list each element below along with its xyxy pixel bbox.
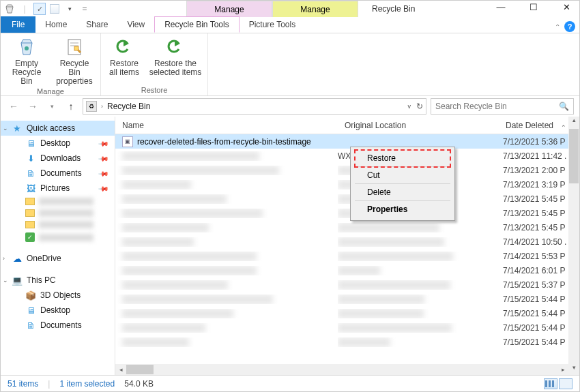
column-header-original-location[interactable]: Original Location (338, 121, 499, 130)
table-row[interactable]: 7/13/2021 3:19 P (115, 177, 579, 192)
scroll-down-icon[interactable]: ▾ (572, 364, 576, 375)
scrollbar-thumb[interactable] (126, 365, 154, 374)
contextual-tab-picture-tools[interactable]: Manage (272, 1, 358, 17)
view-tab[interactable]: View (117, 16, 154, 33)
context-menu-properties[interactable]: Properties (355, 201, 450, 217)
maximize-button[interactable]: ☐ (523, 2, 544, 12)
sidebar-pinned-folder[interactable] (1, 207, 115, 219)
minimize-button[interactable]: — (491, 2, 511, 12)
share-tab[interactable]: Share (76, 16, 117, 33)
address-bar[interactable]: ♻ › Recycle Bin v ↻ (83, 98, 426, 115)
table-row[interactable]: 7/13/2021 5:45 P (115, 220, 579, 235)
column-header-date-deleted[interactable]: Date Deleted ⌃ (499, 121, 579, 130)
sidebar-desktop[interactable]: 🖥 Desktop 📌 (1, 136, 115, 151)
large-icons-view-icon[interactable] (559, 378, 572, 389)
image-file-icon: ▣ (122, 136, 133, 147)
back-button[interactable]: ← (6, 99, 21, 114)
table-row[interactable]: 7/15/2021 5:44 P (115, 320, 579, 335)
scroll-right-icon[interactable]: ▸ (557, 366, 568, 373)
title-bar: | ✓ ▾ = Manage Manage Recycle Bin — ☐ ✕ (1, 1, 579, 17)
table-row[interactable]: 7/13/2021 5:45 P (115, 206, 579, 220)
table-row[interactable]: ▣recover-deleted-files-from-recycle-bin-… (115, 134, 579, 149)
sidebar-pinned-folder[interactable]: ✓ (1, 230, 115, 244)
status-bar: 51 items | 1 item selected 54.0 KB (1, 375, 579, 391)
address-dropdown-icon[interactable]: v (408, 103, 411, 110)
button-label: Empty Recycle Bin (6, 59, 47, 86)
original-location-cell (338, 237, 499, 247)
expand-chevron-icon[interactable]: ⌄ (3, 125, 8, 132)
sidebar-pinned-folder[interactable] (1, 219, 115, 230)
scrollbar-thumb[interactable] (569, 129, 579, 183)
expand-chevron-icon[interactable]: ⌄ (3, 277, 8, 284)
sidebar-desktop-pc[interactable]: 🖥 Desktop (1, 303, 115, 318)
table-row[interactable]: 7/14/2021 5:53 P (115, 249, 579, 263)
recycle-bin-tools-tab[interactable]: Recycle Bin Tools (154, 16, 240, 33)
qab-doc-icon[interactable] (48, 3, 61, 15)
sidebar-pinned-folder[interactable] (1, 196, 115, 207)
scroll-up-icon[interactable]: ▴ (572, 117, 576, 127)
ribbon-group-label: Manage (37, 86, 64, 95)
sidebar-item-label: Desktop (40, 138, 70, 148)
picture-tools-tab[interactable]: Picture Tools (240, 16, 305, 33)
redacted-filename (122, 151, 259, 161)
table-row[interactable]: 7/15/2021 5:37 P (115, 277, 579, 292)
table-row[interactable]: 7/14/2021 10:50 . (115, 235, 579, 249)
table-row[interactable]: 7/14/2021 6:01 P (115, 263, 579, 277)
qab-chevron-down-icon[interactable]: ▾ (63, 3, 76, 15)
qab-properties-icon[interactable]: ✓ (33, 3, 46, 15)
column-header-name[interactable]: Name (115, 121, 338, 130)
sidebar-documents-pc[interactable]: 🗎 Documents (1, 318, 115, 333)
address-chevron-icon[interactable]: › (101, 103, 103, 110)
table-row[interactable]: WXWork\1...7/13/2021 11:42 . (115, 149, 579, 163)
empty-recycle-bin-button[interactable]: Empty Recycle Bin (6, 36, 47, 86)
table-row[interactable]: 7/13/2021 2:00 P (115, 163, 579, 177)
sort-ascending-icon: ⌃ (561, 124, 566, 131)
nav-row: ← → ▾ ↑ ♻ › Recycle Bin v ↻ Search Recyc… (1, 96, 579, 117)
table-row[interactable]: 7/15/2021 5:44 P (115, 306, 579, 320)
file-tab[interactable]: File (1, 16, 35, 33)
restore-all-icon (113, 36, 135, 58)
restore-selected-items-button[interactable]: Restore the selected items (149, 36, 202, 85)
sidebar-onedrive[interactable]: › ☁ OneDrive (1, 251, 115, 266)
qab-overflow[interactable]: = (78, 3, 91, 15)
help-icon[interactable]: ? (564, 21, 575, 32)
close-button[interactable]: ✕ (556, 2, 577, 12)
sidebar-quick-access[interactable]: ⌄ ★ Quick access (1, 121, 115, 136)
restore-all-items-button[interactable]: Restore all items (106, 36, 142, 85)
address-recycle-bin-icon: ♻ (86, 101, 97, 112)
context-menu-cut[interactable]: Cut (355, 167, 450, 184)
sidebar-3d-objects[interactable]: 📦 3D Objects (1, 288, 115, 303)
ribbon-collapse-icon[interactable]: ⌃ (555, 23, 560, 31)
table-row[interactable]: 7/13/2021 5:45 P (115, 192, 579, 206)
address-text: Recycle Bin (107, 102, 404, 111)
search-placeholder: Search Recycle Bin (435, 102, 507, 111)
scroll-left-icon[interactable]: ◂ (115, 366, 126, 373)
forward-button[interactable]: → (25, 99, 40, 114)
redacted-filename (122, 295, 273, 304)
sidebar-documents[interactable]: 🗎 Documents 📌 (1, 166, 115, 181)
context-menu-restore[interactable]: Restore (355, 150, 450, 167)
recent-locations-chevron-icon[interactable]: ▾ (44, 99, 59, 114)
sidebar-this-pc[interactable]: ⌄ 💻 This PC (1, 273, 115, 288)
table-row[interactable]: 7/15/2021 5:44 P (115, 292, 579, 306)
horizontal-scrollbar[interactable]: ◂ ▸ (115, 364, 568, 375)
date-deleted-cell: 7/13/2021 5:45 P (499, 194, 579, 204)
contextual-tab-recycle-bin-tools[interactable]: Manage (186, 1, 272, 17)
redacted-label (39, 221, 93, 228)
search-box[interactable]: Search Recycle Bin 🔍 (431, 98, 574, 115)
recycle-bin-properties-button[interactable]: Recycle Bin properties (54, 36, 95, 86)
context-menu-delete[interactable]: Delete (355, 184, 450, 201)
sidebar-pictures[interactable]: 🖼 Pictures 📌 (1, 181, 115, 196)
up-button[interactable]: ↑ (63, 99, 78, 114)
vertical-scrollbar[interactable]: ▴ ▾ (568, 117, 579, 375)
sidebar-downloads[interactable]: ⬇ Downloads 📌 (1, 151, 115, 166)
table-row[interactable]: 7/15/2021 5:44 P (115, 335, 579, 349)
address-refresh-icon[interactable]: ↻ (416, 102, 423, 111)
button-label: Restore all items (109, 59, 139, 77)
expand-chevron-icon[interactable]: › (3, 255, 5, 262)
pin-icon: 📌 (98, 153, 109, 164)
home-tab[interactable]: Home (35, 16, 76, 33)
redacted-filename (122, 309, 233, 318)
details-view-icon[interactable] (544, 378, 557, 389)
redacted-filename (122, 266, 257, 275)
